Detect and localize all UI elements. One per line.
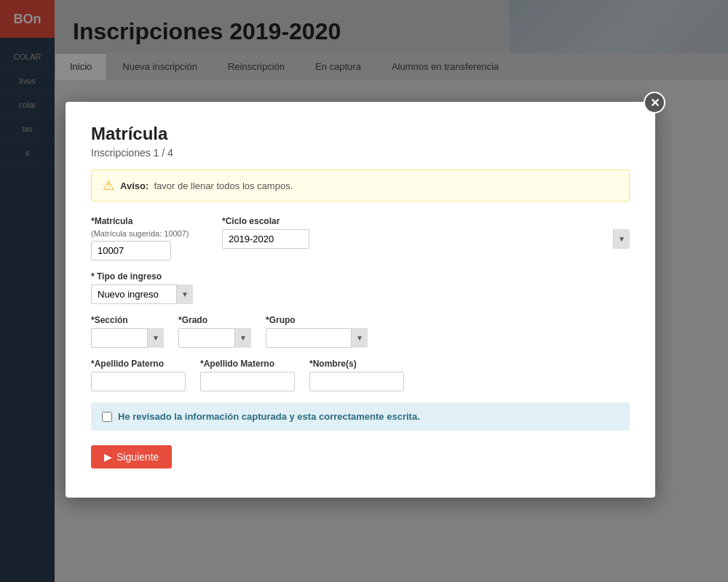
grupo-group: *Grupo bbox=[266, 315, 368, 348]
warning-text: Aviso: favor de llenar todos los campos. bbox=[120, 180, 293, 191]
review-checkbox[interactable] bbox=[102, 412, 112, 422]
matricula-label: *Matrícula bbox=[91, 216, 207, 226]
apellido-paterno-input[interactable] bbox=[91, 372, 186, 391]
grupo-label: *Grupo bbox=[266, 315, 368, 325]
warning-message: favor de llenar todos los campos. bbox=[154, 180, 293, 191]
modal-close-button[interactable]: ✕ bbox=[644, 92, 665, 113]
matricula-hint: (Matrícula sugerida: 10007) bbox=[91, 229, 207, 238]
form-row-4: *Apellido Paterno *Apellido Materno *Nom… bbox=[91, 359, 630, 391]
siguiente-button[interactable]: ▶ Siguiente bbox=[91, 445, 172, 469]
form-row-2: * Tipo de ingreso Nuevo ingreso bbox=[91, 271, 630, 304]
siguiente-icon: ▶ bbox=[104, 451, 112, 463]
modal: ✕ Matrícula Inscripciones 1 / 4 ⚠ Aviso:… bbox=[66, 102, 655, 498]
matricula-group: *Matrícula (Matrícula sugerida: 10007) bbox=[91, 216, 207, 260]
grado-label: *Grado bbox=[178, 315, 251, 325]
apellido-paterno-group: *Apellido Paterno bbox=[91, 359, 186, 391]
grupo-select-wrapper bbox=[266, 328, 368, 348]
siguiente-label: Siguiente bbox=[116, 451, 159, 463]
ciclo-label: *Ciclo escolar bbox=[222, 216, 630, 226]
ciclo-select-wrapper: 2019-2020 bbox=[222, 229, 630, 249]
warning-prefix: Aviso: bbox=[120, 180, 149, 191]
apellido-materno-group: *Apellido Materno bbox=[200, 359, 295, 391]
ciclo-group: *Ciclo escolar 2019-2020 bbox=[222, 216, 630, 249]
nombre-label: *Nombre(s) bbox=[309, 359, 404, 369]
seccion-label: *Sección bbox=[91, 315, 164, 325]
warning-box: ⚠ Aviso: favor de llenar todos los campo… bbox=[91, 170, 630, 202]
tipo-ingreso-label: * Tipo de ingreso bbox=[91, 271, 193, 282]
nombre-input[interactable] bbox=[309, 372, 404, 391]
apellido-materno-label: *Apellido Materno bbox=[200, 359, 295, 369]
seccion-select-wrapper bbox=[91, 328, 164, 348]
seccion-group: *Sección bbox=[91, 315, 164, 348]
tipo-ingreso-select[interactable]: Nuevo ingreso bbox=[91, 284, 193, 304]
warning-icon: ⚠ bbox=[103, 178, 114, 194]
apellido-paterno-label: *Apellido Paterno bbox=[91, 359, 186, 369]
apellido-materno-input[interactable] bbox=[200, 372, 295, 391]
seccion-select[interactable] bbox=[91, 328, 164, 348]
form-row-3: *Sección *Grado *Grupo bbox=[91, 315, 630, 348]
review-checkbox-label[interactable]: He revisado la información capturada y e… bbox=[118, 411, 420, 422]
modal-subtitle: Inscripciones 1 / 4 bbox=[91, 147, 630, 159]
grado-select[interactable] bbox=[178, 328, 251, 348]
ciclo-select[interactable]: 2019-2020 bbox=[222, 229, 309, 249]
tipo-ingreso-group: * Tipo de ingreso Nuevo ingreso bbox=[91, 271, 193, 304]
grupo-select[interactable] bbox=[266, 328, 368, 348]
grado-select-wrapper bbox=[178, 328, 251, 348]
modal-title: Matrícula bbox=[91, 124, 630, 144]
checkbox-row: He revisado la información capturada y e… bbox=[91, 402, 630, 431]
matricula-input[interactable] bbox=[91, 241, 171, 260]
form-row-1: *Matrícula (Matrícula sugerida: 10007) *… bbox=[91, 216, 630, 260]
grado-group: *Grado bbox=[178, 315, 251, 348]
nombre-group: *Nombre(s) bbox=[309, 359, 404, 391]
tipo-select-wrapper: Nuevo ingreso bbox=[91, 284, 193, 304]
